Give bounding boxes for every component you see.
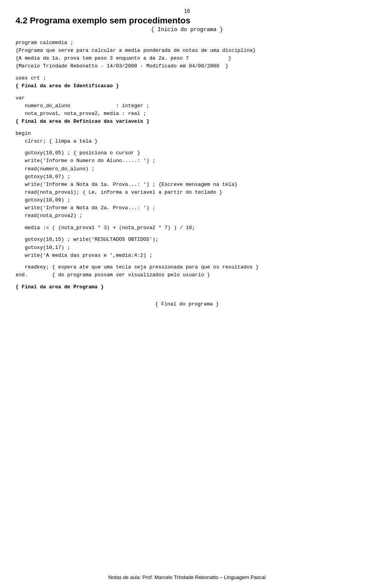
code-line-write1: write('Informe o Numero do Aluno.....: '…: [16, 157, 358, 165]
code-line-blank-h: [16, 279, 358, 283]
code-line-uses: uses crt ;: [16, 74, 358, 82]
code-line-identification: {Marcelo Trindade Rebonatto - 14/03/2000…: [16, 62, 358, 70]
code-line-blank-c: [16, 125, 358, 129]
code-line-blank-a: [16, 71, 358, 74]
footer-text: Notas de aula: Prof. Marcelo Trindade Re…: [0, 574, 374, 580]
code-line-blank-d: [16, 145, 358, 149]
code-line-begin: begin: [16, 130, 358, 138]
code-line-gotoxy3: gotoxy(10,09) ;: [16, 196, 358, 204]
code-line-gotoxy4: gotoxy(10,15) ; write('RESULTADOS OBTIDO…: [16, 236, 358, 244]
code-line-blank-b: [16, 90, 358, 94]
code-content: program calcmedia ;{Programa que serve p…: [16, 39, 358, 308]
code-line-blank-f: [16, 232, 358, 236]
code-line-gotoxy1: gotoxy(10,05) ; { posiciona o cursor }: [16, 149, 358, 157]
code-line-gotoxy5: gotoxy(10,17) ;: [16, 244, 358, 252]
code-line-var-line: var: [16, 94, 358, 102]
code-line-var-numero: numero_do_aluno : integer ;: [16, 102, 358, 110]
code-line-write2: write('Informe a Nota da 1a. Prova...: '…: [16, 181, 358, 189]
code-line-area-prog: { Final da area de Programa }: [16, 283, 358, 291]
page-number: 16: [16, 8, 358, 14]
code-line-media: media := ( (nota_prova1 * 3) + (nota_pro…: [16, 224, 358, 232]
code-line-read3: read(nota_prova2) ;: [16, 212, 358, 220]
code-line-comment2: {A media da 1a. prova tem peso 3 enquant…: [16, 55, 358, 62]
code-line-read1: read(numero_do_aluno) ;: [16, 165, 358, 173]
code-line-write3: write('Informe a Nota da 2a. Prova...: '…: [16, 204, 358, 212]
code-line-readkey: readkey; { espera ate que uma tecla seja…: [16, 263, 358, 271]
code-line-var-nota: nota_prova1, nota_prova2, media : real ;: [16, 110, 358, 118]
code-line-clrscr: clrscr; { limpa a tela }: [16, 138, 358, 145]
code-line-blank-e: [16, 220, 358, 224]
code-line-read2: read(nota_prova1); { Le, informa a varia…: [16, 189, 358, 196]
code-line-write-media: write('A media das provas e ',media:4:2)…: [16, 252, 358, 260]
page-title: 4.2 Programa exemplo sem procedimentos: [16, 16, 358, 26]
code-line-gotoxy2: gotoxy(10,07) ;: [16, 173, 358, 181]
subtitle: { Inicio do programa }: [16, 26, 358, 33]
code-line-program: program calcmedia ;: [16, 39, 358, 47]
code-line-area-id: { Final da area de Identificacao }: [16, 82, 358, 90]
code-line-final-prog: { Final do programa }: [16, 300, 358, 308]
code-line-end: end. { do programa possam ser visualizad…: [16, 271, 358, 279]
code-line-area-var: { Final da area de Definicao das variave…: [16, 118, 358, 125]
code-line-comment1: {Programa que serve para calcular a medi…: [16, 47, 358, 55]
code-line-blank-g: [16, 260, 358, 263]
